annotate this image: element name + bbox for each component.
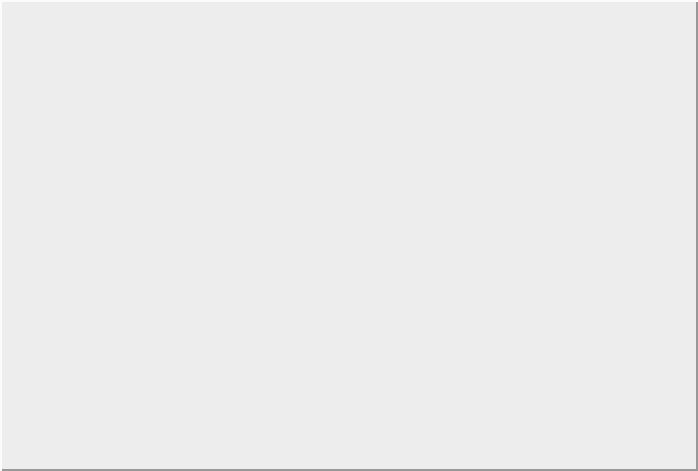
- rrdtool-graph: [0, 0, 698, 471]
- temperature-chart: [0, 0, 698, 471]
